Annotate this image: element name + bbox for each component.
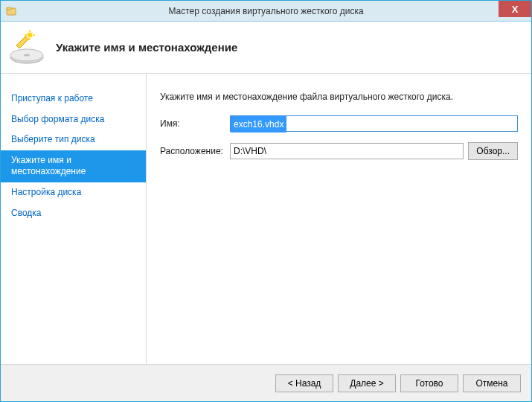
window-title: Мастер создания виртуального жесткого ди… — [1, 6, 531, 16]
app-icon — [5, 5, 17, 17]
sidebar-step-format[interactable]: Выбор формата диска — [1, 109, 146, 130]
location-row: Расположение: Обзор... — [160, 142, 518, 160]
close-button[interactable]: X — [499, 1, 531, 17]
back-button[interactable]: < Назад — [275, 374, 333, 392]
instruction-text: Укажите имя и местонахождение файла вирт… — [160, 92, 518, 102]
next-button[interactable]: Далее > — [338, 374, 396, 392]
svg-point-4 — [24, 54, 30, 56]
wizard-body: Приступая к работе Выбор формата диска В… — [1, 74, 531, 364]
sidebar-step-configure[interactable]: Настройка диска — [1, 182, 146, 203]
wizard-window: Мастер создания виртуального жесткого ди… — [0, 0, 532, 402]
svg-rect-1 — [7, 7, 11, 10]
sidebar-step-name-location[interactable]: Укажите имя и местонахождение — [1, 150, 146, 182]
sidebar-step-summary[interactable]: Сводка — [1, 203, 146, 224]
name-row: Имя: exch16.vhdx — [160, 115, 518, 132]
finish-button[interactable]: Готово — [400, 374, 458, 392]
close-icon: X — [512, 4, 519, 15]
page-title: Укажите имя и местонахождение — [56, 41, 237, 54]
sidebar-step-start[interactable]: Приступая к работе — [1, 89, 146, 109]
location-label: Расположение: — [160, 146, 230, 156]
titlebar: Мастер создания виртуального жесткого ди… — [1, 1, 531, 22]
steps-sidebar: Приступая к работе Выбор формата диска В… — [1, 74, 147, 364]
sidebar-step-type[interactable]: Выберите тип диска — [1, 130, 146, 150]
cancel-button[interactable]: Отмена — [463, 374, 521, 392]
svg-point-8 — [28, 32, 32, 36]
wizard-footer: < Назад Далее > Готово Отмена — [1, 364, 531, 401]
location-input[interactable] — [230, 143, 464, 159]
content-pane: Укажите имя и местонахождение файла вирт… — [147, 74, 531, 364]
name-input-value: exch16.vhdx — [231, 116, 286, 133]
svg-marker-5 — [16, 36, 28, 48]
disk-icon — [8, 29, 45, 66]
browse-button[interactable]: Обзор... — [468, 142, 518, 160]
name-input[interactable]: exch16.vhdx — [230, 115, 518, 132]
wizard-header: Укажите имя и местонахождение — [1, 22, 531, 74]
name-label: Имя: — [160, 118, 230, 129]
